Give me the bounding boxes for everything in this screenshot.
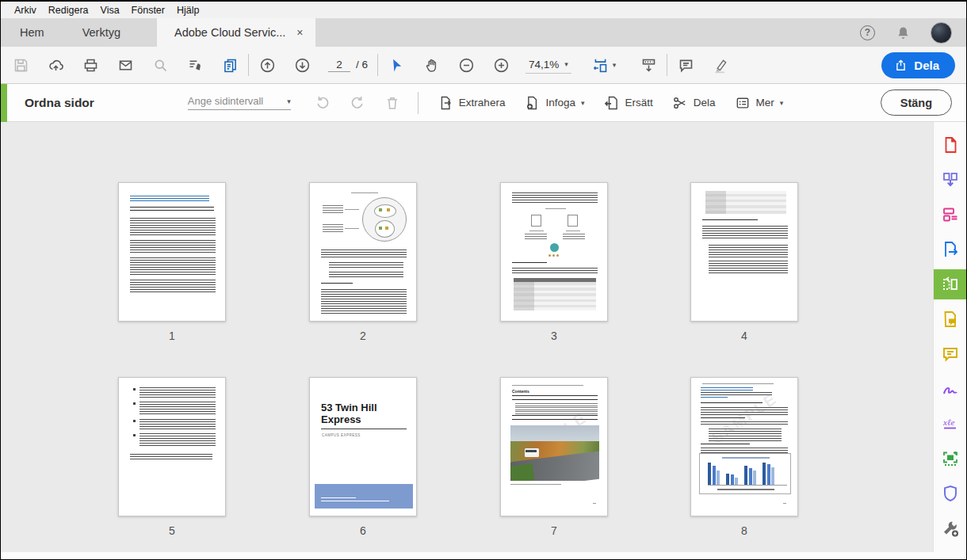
search-icon[interactable] — [151, 56, 169, 74]
page-number-label: 4 — [690, 330, 798, 342]
page-thumbnail-2[interactable] — [309, 182, 417, 322]
document-icon — [531, 215, 541, 227]
page-number-label: 8 — [690, 524, 798, 537]
caret-down-icon: ▾ — [780, 99, 784, 107]
split-label: Dela — [694, 97, 716, 109]
caret-down-icon: ▾ — [287, 97, 291, 105]
page6-subtitle: CAMPUS EXPRESS — [322, 433, 361, 437]
sidebar-tool-export-pdf[interactable] — [934, 234, 967, 265]
page-thumbnail-6[interactable]: 53 Twin Hill Express CAMPUS EXPRESS — [309, 377, 417, 516]
sidebar-tool-comment[interactable] — [934, 339, 967, 369]
share-button[interactable]: Dela — [881, 52, 955, 78]
extract-pages-button[interactable]: Extrahera — [438, 95, 506, 111]
notifications-bell-icon[interactable] — [894, 24, 912, 41]
toolbar-separator — [418, 92, 419, 114]
page-range-dropdown[interactable]: Ange sidintervall ▾ — [188, 95, 291, 110]
page-thumbnail-3[interactable] — [500, 182, 608, 322]
sidebar-tool-organize-pages[interactable] — [934, 269, 967, 299]
rotate-right-button[interactable] — [350, 95, 365, 111]
user-avatar[interactable] — [931, 22, 952, 44]
page-thumbnail-5[interactable] — [118, 377, 226, 516]
copy-pages-icon[interactable] — [221, 56, 239, 74]
zoom-level-value: 74,1% — [529, 59, 559, 70]
sidebar-tool-send-for-comments[interactable] — [934, 304, 967, 334]
menu-arkiv[interactable]: Arkiv — [14, 5, 36, 16]
tab-close-icon[interactable]: × — [296, 26, 303, 39]
zoom-level-dropdown[interactable]: 74,1% ▾ — [526, 57, 571, 74]
comment-icon[interactable] — [677, 56, 694, 74]
presentation-mode-icon[interactable] — [640, 56, 657, 74]
highlighter-icon[interactable] — [712, 56, 729, 74]
tool-accent-bar — [1, 84, 7, 122]
next-page-icon[interactable] — [293, 56, 311, 74]
insert-pages-button[interactable]: Infoga ▾ — [524, 95, 584, 111]
rotate-left-button[interactable] — [315, 95, 331, 111]
acrobat-window: Arkiv Redigera Visa Fönster Hjälp Hem Ve… — [0, 0, 967, 560]
email-icon[interactable] — [117, 56, 134, 74]
tab-home[interactable]: Hem — [1, 18, 63, 47]
comparison-table — [705, 191, 786, 214]
protect-icon — [941, 484, 960, 503]
sidebar-tool-create-pdf[interactable] — [934, 130, 967, 160]
hand-tool-icon[interactable] — [422, 56, 440, 74]
upload-cloud-icon[interactable] — [47, 56, 64, 74]
comparison-table — [514, 278, 596, 310]
extract-label: Extrahera — [459, 97, 506, 109]
menu-bar: Arkiv Redigera Visa Fönster Hjälp — [1, 2, 966, 18]
sidebar-tool-more-tools[interactable] — [934, 513, 967, 543]
page-navigation: 2 / 6 — [328, 59, 368, 72]
page-number-input[interactable]: 2 — [328, 59, 350, 72]
sidebar-tool-protect[interactable] — [934, 478, 967, 509]
bottom-strip — [1, 552, 966, 560]
ridership-bar-chart — [699, 453, 791, 494]
page6-banner — [315, 484, 413, 509]
page-number-label: 1 — [118, 330, 226, 342]
select-tool-icon[interactable] — [388, 56, 405, 74]
insert-label: Infoga — [545, 97, 575, 109]
page-thumbnail-7[interactable]: Contents SAMPLE — [500, 377, 608, 516]
replace-pages-button[interactable]: Ersätt — [603, 95, 652, 111]
help-icon[interactable]: ? — [860, 25, 875, 40]
replace-label: Ersätt — [625, 97, 652, 109]
delete-pages-button[interactable] — [384, 95, 400, 111]
previous-page-icon[interactable] — [258, 56, 276, 74]
sidebar-tool-fill-and-sign[interactable] — [934, 374, 967, 404]
sidebar-tool-request-signatures[interactable]: xℓe — [934, 409, 967, 439]
combine-files-icon — [941, 170, 960, 189]
tab-bar-right: ? — [860, 18, 966, 47]
caret-down-icon: ▾ — [581, 99, 585, 107]
share-icon — [894, 59, 908, 72]
page-range-placeholder: Ange sidintervall — [188, 95, 263, 107]
menu-hjalp[interactable]: Hjälp — [177, 5, 200, 16]
tab-document[interactable]: Adobe Cloud Servic... × — [157, 18, 315, 47]
toolbar-separator — [248, 54, 249, 76]
organize-pages-icon — [941, 275, 960, 294]
page-thumbnail-8[interactable]: SAMPLE — [690, 377, 798, 516]
comment-icon — [941, 345, 960, 364]
tab-tools[interactable]: Verktyg — [63, 18, 140, 47]
split-document-button[interactable]: Dela — [672, 95, 716, 111]
sidebar-tool-combine-files[interactable] — [934, 165, 967, 195]
print-icon[interactable] — [82, 56, 99, 74]
page-thumbnail-1[interactable] — [118, 182, 226, 322]
more-options-button[interactable]: Mer ▾ — [735, 95, 784, 111]
close-tool-button[interactable]: Stäng — [881, 90, 952, 116]
page-number-label: 2 — [309, 330, 417, 342]
hub-icon — [550, 243, 559, 252]
zoom-out-icon[interactable] — [457, 56, 475, 74]
zoom-in-icon[interactable] — [492, 56, 510, 74]
bus-photo — [510, 425, 599, 481]
menu-redigera[interactable]: Redigera — [48, 5, 89, 16]
menu-fonster[interactable]: Fönster — [132, 5, 165, 16]
fit-width-icon[interactable] — [592, 56, 610, 74]
menu-visa[interactable]: Visa — [101, 5, 120, 16]
sidebar-tool-scan-ocr[interactable] — [934, 444, 967, 474]
caret-down-icon[interactable]: ▾ — [613, 61, 617, 69]
edit-pdf-icon — [941, 205, 960, 224]
send-for-signature-icon[interactable] — [186, 56, 204, 74]
organize-pages-toolbar: Ordna sidor Ange sidintervall ▾ Extraher… — [1, 84, 966, 122]
page-thumbnail-4[interactable] — [690, 182, 798, 322]
sidebar-tool-edit-pdf[interactable] — [934, 200, 967, 230]
save-icon[interactable] — [12, 56, 29, 74]
export-pdf-icon — [941, 240, 960, 259]
